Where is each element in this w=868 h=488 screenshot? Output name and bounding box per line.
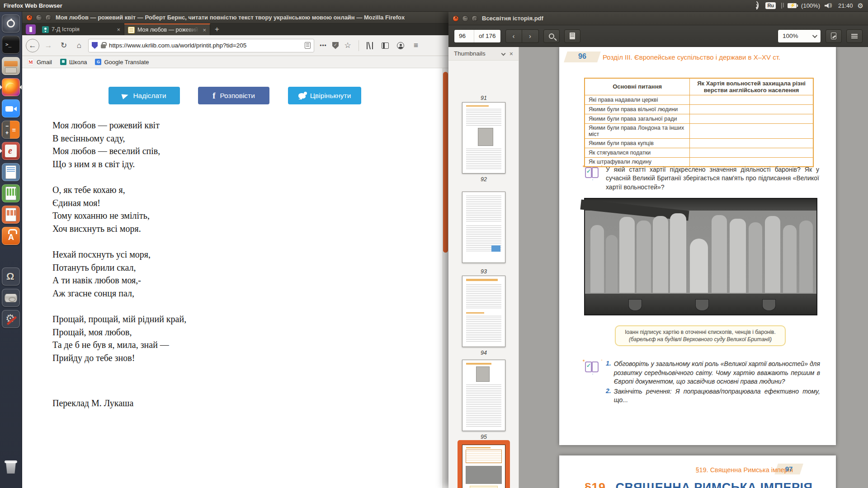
running-app-arrow <box>0 85 2 89</box>
share-button-label: Надіслати <box>133 92 166 100</box>
tab-history-class[interactable]: 7-Д Історія × <box>38 23 124 35</box>
library-icon[interactable] <box>363 39 376 52</box>
calculator-icon[interactable] <box>2 121 20 139</box>
pinned-tab[interactable] <box>26 24 36 34</box>
document-edit-icon <box>831 33 836 39</box>
minimize-button[interactable] <box>462 15 468 22</box>
lock-icon[interactable] <box>101 44 106 48</box>
table-row: Якими були права Лондона та інших міст <box>585 123 813 138</box>
ubuntu-dash-icon[interactable] <box>2 14 20 33</box>
charter-table: Основні питання Як Хартія вольностей зах… <box>584 78 814 167</box>
document-viewer-icon[interactable] <box>2 142 20 160</box>
web-page-content: Надіслати f Розповісти Цвірінькнути Моя … <box>22 68 448 488</box>
trash-icon[interactable] <box>2 458 20 476</box>
session-gear-icon[interactable]: ⚙ <box>858 2 863 10</box>
firefox-menu-icon[interactable]: ≡ <box>410 39 422 52</box>
libreoffice-impress-icon[interactable] <box>2 206 20 224</box>
maximize-button[interactable] <box>472 15 478 22</box>
terminal-icon[interactable]: >_ <box>2 36 20 54</box>
forward-button[interactable]: → <box>42 39 55 52</box>
bookmark-star-icon[interactable]: ☆ <box>341 39 354 52</box>
thumbnail-page-93[interactable] <box>462 192 505 263</box>
scrollbar-track[interactable] <box>443 68 448 488</box>
open-book-icon: ✓ <box>585 167 600 179</box>
scrollbar-thumb[interactable] <box>443 72 448 253</box>
bookmark-school[interactable]: Школа <box>60 59 87 66</box>
close-panel-icon[interactable]: × <box>509 50 513 57</box>
reader-view-icon[interactable] <box>305 42 311 49</box>
sidebar-toggle-icon[interactable] <box>379 39 392 52</box>
maximize-button[interactable] <box>45 14 52 21</box>
page-number-input[interactable]: 96 <box>454 30 474 42</box>
battery-icon[interactable]: ⚡ <box>788 3 797 8</box>
close-button[interactable] <box>453 15 459 22</box>
task-item: 2. Закінчіть речення: Я попрацював/попра… <box>606 387 820 405</box>
search-icon <box>549 33 554 39</box>
telegram-share-button[interactable]: Надіслати <box>108 87 180 104</box>
bookmark-google-translate[interactable]: G Google Translate <box>95 59 149 66</box>
file-cabinet-icon[interactable] <box>2 57 20 75</box>
back-button[interactable]: ← <box>26 39 39 52</box>
school-icon <box>60 59 66 65</box>
annotate-document-button[interactable] <box>826 29 842 43</box>
zoom-level-dropdown[interactable]: 100% <box>778 29 821 43</box>
page-number-entry[interactable]: 96 of 176 <box>454 29 501 43</box>
tab-close-icon[interactable]: × <box>203 27 206 33</box>
table-row: Якими були права загальної ради <box>585 114 813 123</box>
zoom-level-value: 100% <box>783 33 798 39</box>
disks-icon[interactable] <box>2 289 20 307</box>
toolbar-separator <box>359 40 359 51</box>
tab-close-icon[interactable]: × <box>117 26 120 33</box>
table-col-header: Як Хартія вольностей захищала різні верс… <box>690 78 813 95</box>
close-button[interactable] <box>26 14 33 21</box>
bluetooth-icon[interactable] <box>780 3 783 9</box>
open-book-icon: ✓ <box>585 361 600 373</box>
tracking-protection-icon[interactable] <box>92 42 98 49</box>
zoom-app-icon[interactable] <box>2 99 20 117</box>
chevron-down-icon[interactable] <box>501 52 505 56</box>
next-page-button[interactable]: › <box>522 29 539 43</box>
thumbnail-page-94[interactable] <box>462 276 505 347</box>
facebook-share-button[interactable]: f Розповісти <box>198 87 269 104</box>
volume-icon[interactable] <box>825 3 834 9</box>
libreoffice-calc-icon[interactable] <box>2 184 20 202</box>
search-button[interactable] <box>543 29 560 43</box>
twitter-share-button[interactable]: Цвірінькнути <box>288 87 361 104</box>
atril-icon[interactable] <box>2 267 20 286</box>
page-total-label: of 176 <box>474 30 500 42</box>
tab-poem-active[interactable]: Моя любов — рожевий × <box>124 23 210 35</box>
table-row: Якими були права вільної людини <box>585 104 813 114</box>
previous-page-button[interactable]: ‹ <box>505 29 522 43</box>
poem-stanza: Нехай посхнуть усі моря, Потануть брили … <box>52 248 186 300</box>
firefox-icon[interactable] <box>2 78 20 96</box>
thumbnail-page-92[interactable] <box>462 102 505 174</box>
question-text: У якій статті хартії підкреслено значенн… <box>606 165 819 192</box>
thumbnails-header: Thumbnails × <box>448 47 519 61</box>
firefox-titlebar: Моя любов — рожевий квіт — Роберт Бернс,… <box>22 12 448 23</box>
thumbnail-page-95[interactable] <box>462 360 505 431</box>
ubuntu-software-icon[interactable] <box>2 227 20 245</box>
pocket-shield-icon[interactable]: ✓ <box>332 42 339 49</box>
system-settings-icon[interactable] <box>2 310 20 328</box>
keyboard-layout-indicator[interactable]: Ru <box>765 2 776 9</box>
bookmark-gmail[interactable]: M Gmail <box>28 59 52 66</box>
url-text[interactable]: https://www.ukrlib.com.ua/world/printit.… <box>109 42 302 49</box>
libreoffice-writer-icon[interactable] <box>2 163 20 181</box>
annotations-button[interactable] <box>564 29 580 43</box>
new-tab-button[interactable]: + <box>210 25 224 34</box>
reload-button[interactable]: ↻ <box>57 39 70 52</box>
page-actions-icon[interactable]: ••• <box>317 39 330 52</box>
home-button[interactable]: ⌂ <box>73 39 85 52</box>
thumbnail-current-page <box>462 445 505 488</box>
table-col-header: Основні питання <box>585 78 690 95</box>
minimize-button[interactable] <box>36 14 42 21</box>
clock[interactable]: 21:40 <box>838 2 853 9</box>
wifi-icon[interactable] <box>753 3 761 9</box>
url-bar[interactable]: https://www.ukrlib.com.ua/world/printit.… <box>88 39 314 52</box>
pdf-menu-button[interactable] <box>846 29 863 43</box>
account-icon[interactable] <box>394 39 407 52</box>
thumbnail-label: 95 <box>448 434 519 440</box>
thumbnail-label: 91 <box>448 95 519 101</box>
thumbnail-page-96-selected[interactable]: 96 <box>458 440 510 488</box>
poem-text: Моя любов — рожевий квіт В весінньому са… <box>52 119 186 377</box>
